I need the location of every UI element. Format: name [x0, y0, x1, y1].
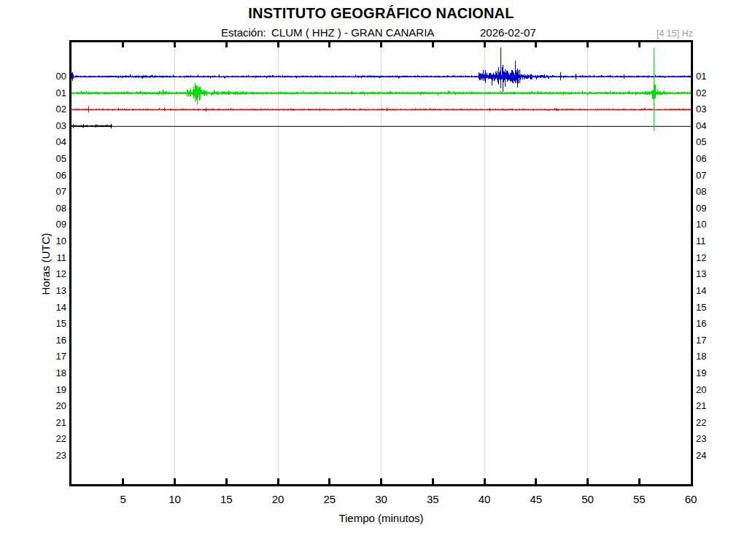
bottom-axis-tick-40min — [484, 478, 486, 484]
left-hour-label-07: 07 — [34, 186, 66, 198]
left-hour-label-16: 16 — [34, 335, 66, 346]
minute-tick-label-55: 55 — [623, 493, 655, 505]
right-hour-label-04: 04 — [696, 120, 728, 132]
left-hour-label-00: 00 — [34, 71, 66, 82]
right-hour-label-11: 11 — [696, 236, 728, 247]
left-hour-label-19: 19 — [34, 384, 66, 396]
right-hour-label-17: 17 — [696, 335, 728, 346]
bottom-axis-tick-20min — [277, 478, 279, 484]
left-hour-label-02: 02 — [34, 104, 66, 115]
top-axis-tick-30min — [380, 42, 382, 47]
right-hour-label-07: 07 — [696, 170, 728, 182]
top-axis-tick-15min — [225, 42, 228, 47]
right-hour-label-02: 02 — [696, 88, 728, 99]
right-hour-label-08: 08 — [696, 186, 728, 198]
left-hour-label-17: 17 — [34, 351, 66, 362]
station-label: Estación: — [221, 26, 266, 39]
minute-tick-label-5: 5 — [107, 493, 139, 505]
top-axis-tick-25min — [328, 42, 330, 47]
page-title: INSTITUTO GEOGRÁFICO NACIONAL — [69, 5, 693, 22]
left-hour-label-21: 21 — [34, 417, 66, 429]
right-hour-label-03: 03 — [696, 104, 728, 115]
left-hour-label-09: 09 — [34, 219, 66, 230]
minute-tick-label-25: 25 — [314, 493, 346, 505]
left-hour-label-18: 18 — [34, 368, 66, 379]
top-axis-tick-45min — [535, 42, 537, 47]
right-hour-label-01: 01 — [696, 71, 728, 82]
minute-tick-label-50: 50 — [572, 493, 604, 505]
left-hour-label-20: 20 — [34, 400, 66, 412]
left-hour-label-06: 06 — [34, 170, 66, 182]
bottom-axis-tick-30min — [380, 478, 382, 484]
minute-tick-label-40: 40 — [468, 493, 500, 505]
right-hour-label-21: 21 — [696, 400, 728, 412]
bottom-axis-tick-10min — [174, 478, 176, 484]
top-axis-tick-20min — [277, 42, 279, 47]
minute-tick-label-20: 20 — [262, 493, 294, 505]
right-hour-label-16: 16 — [696, 318, 728, 330]
right-hour-label-13: 13 — [696, 268, 728, 280]
bottom-axis-tick-35min — [432, 478, 434, 484]
right-hour-label-23: 23 — [696, 433, 728, 445]
bottom-axis-tick-15min — [225, 478, 228, 484]
left-hour-label-04: 04 — [34, 136, 66, 148]
right-hour-label-05: 05 — [696, 136, 728, 148]
top-axis-tick-35min — [432, 42, 434, 47]
right-hour-label-22: 22 — [696, 417, 728, 429]
top-axis-tick-40min — [484, 42, 486, 47]
seismogram-plot-frame — [69, 40, 693, 486]
minute-tick-label-30: 30 — [365, 493, 398, 505]
minute-tick-label-35: 35 — [417, 493, 449, 505]
left-hour-label-03: 03 — [34, 120, 66, 132]
x-axis-title: Tiempo (minutos) — [69, 512, 693, 524]
right-hour-label-15: 15 — [696, 302, 728, 314]
bottom-axis-tick-5min — [122, 478, 124, 484]
right-hour-label-24: 24 — [696, 450, 728, 462]
right-hour-label-19: 19 — [696, 368, 728, 379]
minute-tick-label-45: 45 — [520, 493, 552, 505]
right-hour-label-06: 06 — [696, 153, 728, 165]
right-hour-label-14: 14 — [696, 285, 728, 297]
seismogram-trace-canvas — [71, 42, 691, 484]
left-hour-label-14: 14 — [34, 302, 66, 314]
filter-band-label: [4 15] Hz — [657, 28, 693, 39]
right-hour-label-18: 18 — [696, 351, 728, 362]
left-hour-label-05: 05 — [34, 153, 66, 165]
left-hour-label-23: 23 — [34, 450, 66, 462]
minute-tick-label-10: 10 — [159, 493, 191, 505]
top-axis-tick-55min — [638, 42, 640, 47]
minute-tick-label-15: 15 — [210, 493, 242, 505]
bottom-axis-tick-50min — [587, 478, 589, 484]
top-axis-tick-10min — [174, 42, 176, 47]
top-axis-tick-5min — [122, 42, 124, 47]
y-axis-title: Horas (UTC) — [39, 233, 52, 295]
right-hour-label-09: 09 — [696, 203, 728, 214]
right-hour-label-12: 12 — [696, 252, 728, 264]
bottom-axis-tick-45min — [535, 478, 537, 484]
left-hour-label-22: 22 — [34, 433, 66, 445]
left-hour-label-15: 15 — [34, 318, 66, 330]
bottom-axis-tick-25min — [328, 478, 330, 484]
record-date: 2026-02-07 — [480, 26, 536, 39]
right-hour-label-20: 20 — [696, 384, 728, 396]
bottom-axis-tick-55min — [638, 478, 640, 484]
top-axis-tick-50min — [587, 42, 589, 47]
right-hour-label-10: 10 — [696, 219, 728, 230]
minute-tick-label-60: 60 — [675, 493, 707, 505]
left-hour-label-08: 08 — [34, 203, 66, 214]
station-name: CLUM ( HHZ ) - GRAN CANARIA — [271, 26, 434, 39]
left-hour-label-01: 01 — [34, 88, 66, 99]
